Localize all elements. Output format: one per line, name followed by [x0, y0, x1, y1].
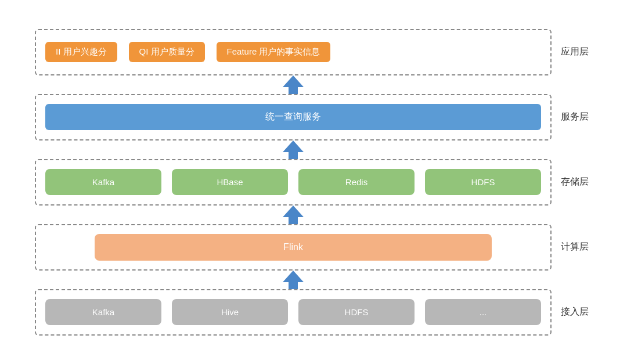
- storage-layer-row: Kafka HBase Redis HDFS 存储层: [35, 159, 592, 206]
- svg-marker-1: [283, 140, 304, 159]
- input-layer-label: 接入层: [557, 306, 592, 318]
- architecture-diagram: II 用户兴趣分 QI 用户质量分 Feature 用户的事实信息 应用层 统一…: [35, 29, 592, 336]
- input-box-hdfs: HDFS: [298, 299, 415, 325]
- svg-marker-3: [283, 271, 304, 289]
- input-box-etc: ...: [425, 299, 541, 325]
- input-layer-box: Kafka Hive HDFS ...: [35, 289, 552, 336]
- storage-box-kafka: Kafka: [45, 169, 161, 195]
- app-layer-label: 应用层: [557, 46, 592, 58]
- arrow-input-to-compute: [35, 271, 592, 289]
- arrow-compute-to-storage: [35, 206, 592, 224]
- app-boxes-container: II 用户兴趣分 QI 用户质量分 Feature 用户的事实信息: [45, 42, 541, 62]
- arrow-up-svg-1: [283, 75, 304, 94]
- arrow-up-svg-3: [283, 206, 304, 224]
- service-layer-label: 服务层: [557, 111, 592, 123]
- service-query-box: 统一查询服务: [45, 104, 541, 130]
- app-box-feature: Feature 用户的事实信息: [217, 42, 331, 62]
- svg-marker-0: [283, 75, 304, 94]
- storage-box-hdfs: HDFS: [425, 169, 541, 195]
- compute-layer-row: Flink 计算层: [35, 224, 592, 271]
- storage-box-redis: Redis: [298, 169, 415, 195]
- app-layer-row: II 用户兴趣分 QI 用户质量分 Feature 用户的事实信息 应用层: [35, 29, 592, 75]
- app-layer-box: II 用户兴趣分 QI 用户质量分 Feature 用户的事实信息: [35, 29, 552, 75]
- arrow-up-svg-4: [283, 271, 304, 289]
- input-boxes-container: Kafka Hive HDFS ...: [45, 299, 541, 325]
- compute-layer-box: Flink: [35, 224, 552, 271]
- app-box-quality: QI 用户质量分: [129, 42, 205, 62]
- compute-layer-label: 计算层: [557, 241, 592, 253]
- storage-layer-box: Kafka HBase Redis HDFS: [35, 159, 552, 206]
- service-layer-box: 统一查询服务: [35, 94, 552, 140]
- input-layer-row: Kafka Hive HDFS ... 接入层: [35, 289, 592, 336]
- input-box-kafka: Kafka: [45, 299, 161, 325]
- input-box-hive: Hive: [172, 299, 288, 325]
- arrow-storage-to-service: [35, 140, 592, 159]
- compute-flink-box: Flink: [95, 234, 491, 261]
- storage-layer-label: 存储层: [557, 176, 592, 188]
- arrow-up-svg-2: [283, 140, 304, 159]
- service-layer-row: 统一查询服务 服务层: [35, 94, 592, 140]
- arrow-service-to-app: [35, 75, 592, 94]
- svg-marker-2: [283, 206, 304, 224]
- app-box-interest: II 用户兴趣分: [45, 42, 117, 62]
- storage-box-hbase: HBase: [172, 169, 288, 195]
- storage-boxes-container: Kafka HBase Redis HDFS: [45, 169, 541, 195]
